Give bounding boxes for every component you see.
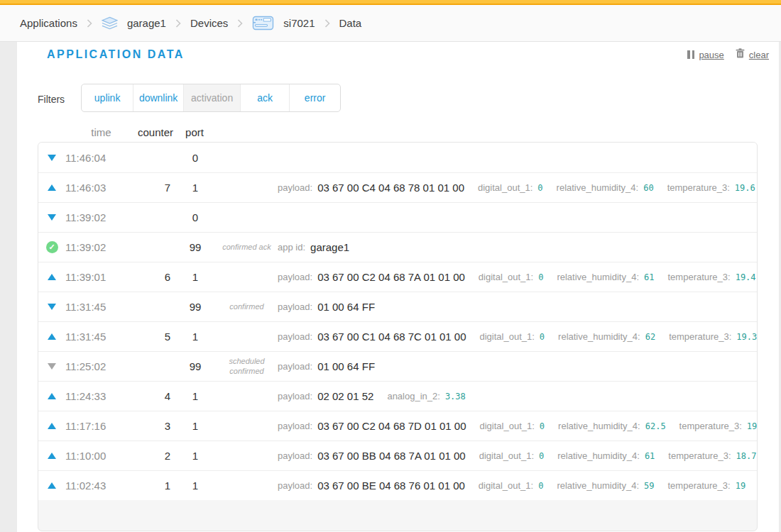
downlink-arrow-icon	[48, 214, 56, 221]
field-label: payload:	[278, 361, 312, 372]
field-value: 62.5	[645, 421, 666, 431]
table-row[interactable]: 11:46:040	[38, 143, 757, 172]
field-value: 02 02 01 52	[317, 390, 373, 402]
table-row[interactable]: 11:10:0021payload:03 67 00 BB 04 68 7A 0…	[38, 440, 757, 470]
event-time: 11:10:00	[65, 450, 138, 462]
event-fields: payload:03 67 00 C4 04 68 78 01 01 00dig…	[278, 182, 757, 194]
device-icon	[252, 16, 274, 31]
downlink-arrow-icon	[48, 155, 56, 161]
field-payload: payload:02 02 01 52	[278, 390, 373, 402]
event-table: 11:46:04011:46:0371payload:03 67 00 C4 0…	[38, 142, 758, 531]
field-value: 03 67 00 C4 04 68 78 01 01 00	[317, 182, 464, 194]
field-digital_out_1: digital_out_1:0	[479, 480, 544, 491]
field-label: payload:	[278, 301, 312, 312]
tab-ack[interactable]: ack	[241, 84, 290, 111]
page-title: APPLICATION DATA	[47, 48, 185, 61]
event-status: confirmed ack	[220, 243, 273, 252]
field-payload: payload:03 67 00 C4 04 68 78 01 01 00	[278, 182, 464, 194]
field-value: 19	[736, 481, 746, 491]
event-fields: app id:garage1	[278, 241, 757, 253]
field-value: 18.7	[736, 451, 757, 461]
pause-button[interactable]: pause	[687, 50, 723, 60]
table-row[interactable]: 11:17:1631payload:03 67 00 C2 04 68 7D 0…	[38, 411, 757, 440]
field-value: 60	[643, 183, 653, 193]
field-value: 01 00 64 FF	[317, 301, 375, 313]
field-value: 61	[644, 272, 654, 282]
field-payload: payload:01 00 64 FF	[278, 301, 375, 313]
field-value: 03 67 00 C2 04 68 7A 01 01 00	[317, 271, 465, 283]
top-accent-bar	[0, 0, 781, 5]
field-label: temperature_3:	[669, 331, 731, 342]
field-temperature_3: temperature_3:19.4	[668, 272, 756, 282]
pause-icon	[687, 50, 694, 59]
tab-uplink[interactable]: uplink	[82, 84, 133, 111]
breadcrumb-application-id[interactable]: garage1	[127, 17, 166, 29]
breadcrumb-applications[interactable]: Applications	[20, 17, 77, 29]
filters-label: Filters	[38, 94, 65, 105]
chevron-right-icon	[324, 19, 330, 28]
field-label: payload:	[278, 391, 312, 401]
event-rows: 11:46:04011:46:0371payload:03 67 00 C4 0…	[38, 143, 757, 500]
event-counter: 3	[138, 420, 170, 432]
field-digital_out_1: digital_out_1:0	[479, 272, 544, 282]
field-value: 01 00 64 FF	[317, 360, 375, 372]
event-time: 11:39:02	[65, 241, 138, 253]
downlink-arrow-icon	[48, 304, 56, 310]
event-fields: payload:03 67 00 BE 04 68 76 01 01 00dig…	[278, 480, 757, 492]
field-value: 03 67 00 C2 04 68 7D 01 01 00	[317, 420, 466, 432]
event-port: 1	[170, 420, 220, 432]
event-time: 11:02:43	[65, 480, 138, 492]
breadcrumb-devices[interactable]: Devices	[190, 17, 228, 29]
field-payload: payload:03 67 00 C2 04 68 7D 01 01 00	[278, 420, 466, 432]
field-temperature_3: temperature_3:19.6	[667, 182, 755, 193]
event-port: 1	[170, 271, 220, 283]
table-row[interactable]: 11:02:4311payload:03 67 00 BE 04 68 76 0…	[38, 470, 757, 500]
event-fields: payload:01 00 64 FF	[278, 360, 757, 372]
event-counter: 1	[138, 480, 170, 492]
column-header-counter: counter	[138, 126, 170, 138]
field-payload: payload:03 67 00 BB 04 68 7A 01 01 00	[278, 450, 466, 462]
field-label: temperature_3:	[668, 450, 731, 461]
field-value: 19.4	[736, 272, 756, 282]
field-digital_out_1: digital_out_1:0	[480, 331, 545, 342]
table-row[interactable]: 11:39:0161payload:03 67 00 C2 04 68 7A 0…	[38, 262, 757, 292]
field-temperature_3: temperature_3:19.3	[669, 331, 757, 342]
event-fields: payload:03 67 00 BB 04 68 7A 01 01 00dig…	[278, 450, 757, 462]
event-time: 11:17:16	[65, 420, 138, 432]
event-time: 11:39:01	[65, 271, 138, 283]
event-time: 11:46:04	[65, 152, 138, 164]
table-row[interactable]: 11:46:0371payload:03 67 00 C4 04 68 78 0…	[38, 172, 757, 202]
field-label: app id:	[278, 242, 305, 253]
event-time: 11:46:03	[65, 182, 138, 194]
field-label: digital_out_1:	[480, 421, 535, 431]
field-value: 19.3	[736, 332, 757, 342]
field-value: 0	[540, 421, 545, 431]
tab-activation[interactable]: activation	[184, 84, 241, 111]
filter-tabs: uplink downlink activation ack error	[81, 84, 341, 112]
clear-button[interactable]: clear	[736, 48, 769, 61]
field-label: digital_out_1:	[480, 331, 535, 342]
field-label: payload:	[278, 331, 312, 342]
trash-icon	[736, 48, 745, 61]
event-port: 99	[170, 360, 220, 372]
field-label: temperature_3:	[667, 182, 730, 193]
field-analog_in_2: analog_in_2:3.38	[387, 391, 465, 401]
field-label: relative_humidity_4:	[557, 182, 639, 193]
table-row[interactable]: 11:31:4599confirmedpayload:01 00 64 FF	[38, 292, 757, 321]
table-row[interactable]: 11:24:3341payload:02 02 01 52analog_in_2…	[38, 381, 757, 411]
table-row[interactable]: 11:31:4551payload:03 67 00 C1 04 68 7C 0…	[38, 321, 757, 351]
event-port: 1	[170, 390, 220, 402]
breadcrumb-device-id[interactable]: si7021	[283, 17, 315, 29]
field-label: payload:	[278, 480, 312, 491]
event-port: 0	[170, 211, 220, 223]
tab-error[interactable]: error	[290, 84, 340, 111]
tab-downlink[interactable]: downlink	[133, 84, 184, 111]
table-row[interactable]: ✓11:39:0299confirmed ackapp id:garage1	[38, 232, 757, 262]
field-label: payload:	[278, 450, 312, 461]
table-row[interactable]: 11:39:020	[38, 202, 757, 232]
chevron-right-icon	[175, 19, 181, 28]
table-row[interactable]: 11:25:0299scheduled confirmedpayload:01 …	[38, 351, 757, 381]
event-port: 1	[170, 480, 220, 492]
table-header: time counter port	[38, 126, 769, 138]
field-relative_humidity_4: relative_humidity_4:59	[557, 480, 654, 491]
